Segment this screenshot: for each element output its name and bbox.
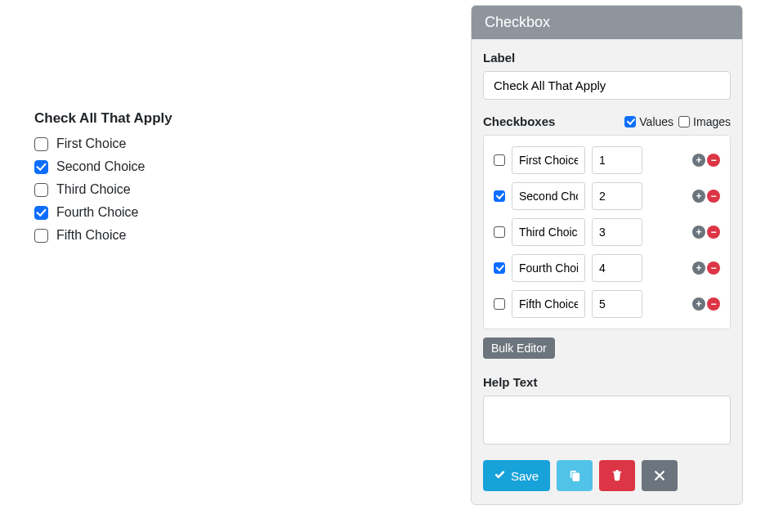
option-value-input[interactable] (592, 182, 642, 210)
option-value-input[interactable] (592, 254, 642, 282)
checkbox-icon[interactable] (34, 206, 48, 220)
choice-label: Fifth Choice (56, 228, 126, 243)
choice-label: Second Choice (56, 159, 145, 174)
choice-label: First Choice (56, 136, 126, 151)
panel-actions: Save (483, 460, 731, 491)
remove-option-icon[interactable]: − (707, 297, 720, 311)
choice-row[interactable]: First Choice (34, 136, 361, 151)
checkbox-icon[interactable] (678, 116, 690, 127)
values-toggle[interactable]: Values (624, 115, 673, 128)
choice-label: Third Choice (56, 182, 131, 197)
save-button-label: Save (511, 469, 539, 483)
settings-panel: Checkbox Label Checkboxes Values Images (471, 5, 743, 505)
remove-option-icon[interactable]: − (707, 154, 720, 167)
option-row: + − (490, 286, 723, 322)
choice-label: Fourth Choice (56, 205, 139, 220)
images-toggle-label: Images (693, 115, 731, 128)
remove-option-icon[interactable]: − (707, 262, 720, 275)
option-value-input[interactable] (592, 146, 642, 174)
option-row: + − (490, 250, 723, 286)
check-icon (494, 470, 506, 481)
label-section-title: Label (483, 51, 731, 65)
option-row: + − (490, 178, 723, 214)
save-button[interactable]: Save (483, 460, 550, 491)
close-icon (654, 470, 665, 481)
option-label-input[interactable] (512, 146, 585, 174)
option-default-checkbox[interactable] (494, 226, 505, 238)
option-row: + − (490, 142, 723, 178)
option-row: + − (490, 214, 723, 250)
toggles: Values Images (624, 115, 731, 128)
option-value-input[interactable] (592, 218, 642, 246)
checkbox-icon[interactable] (34, 183, 48, 197)
choice-row[interactable]: Fifth Choice (34, 228, 361, 243)
checkboxes-section-title: Checkboxes (483, 114, 555, 128)
bulk-editor-button[interactable]: Bulk Editor (483, 338, 555, 359)
choice-row[interactable]: Third Choice (34, 182, 361, 197)
add-option-icon[interactable]: + (692, 226, 705, 239)
values-toggle-label: Values (639, 115, 673, 128)
help-text-section-title: Help Text (483, 375, 731, 389)
panel-body: Label Checkboxes Values Images (472, 39, 742, 504)
option-label-input[interactable] (512, 182, 585, 210)
help-text-input[interactable] (483, 396, 731, 445)
option-label-input[interactable] (512, 218, 585, 246)
add-option-icon[interactable]: + (692, 297, 705, 311)
choice-row[interactable]: Second Choice (34, 159, 361, 174)
options-list: + − + − + − (483, 135, 731, 329)
option-label-input[interactable] (512, 290, 585, 318)
remove-option-icon[interactable]: − (707, 226, 720, 239)
option-label-input[interactable] (512, 254, 585, 282)
panel-title: Checkbox (472, 6, 742, 39)
option-default-checkbox[interactable] (494, 262, 505, 274)
checkbox-icon[interactable] (34, 137, 48, 151)
preview-label: Check All That Apply (34, 110, 361, 127)
remove-option-icon[interactable]: − (707, 190, 720, 203)
checkbox-icon[interactable] (624, 116, 636, 127)
checkbox-icon[interactable] (34, 229, 48, 243)
preview-area: Check All That Apply First Choice Second… (34, 110, 361, 251)
label-input[interactable] (483, 71, 731, 100)
option-default-checkbox[interactable] (494, 154, 505, 166)
option-value-input[interactable] (592, 290, 642, 318)
duplicate-button[interactable] (557, 460, 593, 491)
option-default-checkbox[interactable] (494, 298, 505, 310)
add-option-icon[interactable]: + (692, 190, 705, 203)
add-option-icon[interactable]: + (692, 262, 705, 275)
delete-button[interactable] (599, 460, 635, 491)
add-option-icon[interactable]: + (692, 154, 705, 167)
choice-row[interactable]: Fourth Choice (34, 205, 361, 220)
close-button[interactable] (642, 460, 678, 491)
copy-icon (569, 470, 580, 481)
checkbox-icon[interactable] (34, 160, 48, 174)
trash-icon (611, 470, 623, 481)
images-toggle[interactable]: Images (678, 115, 731, 128)
option-default-checkbox[interactable] (494, 190, 505, 202)
